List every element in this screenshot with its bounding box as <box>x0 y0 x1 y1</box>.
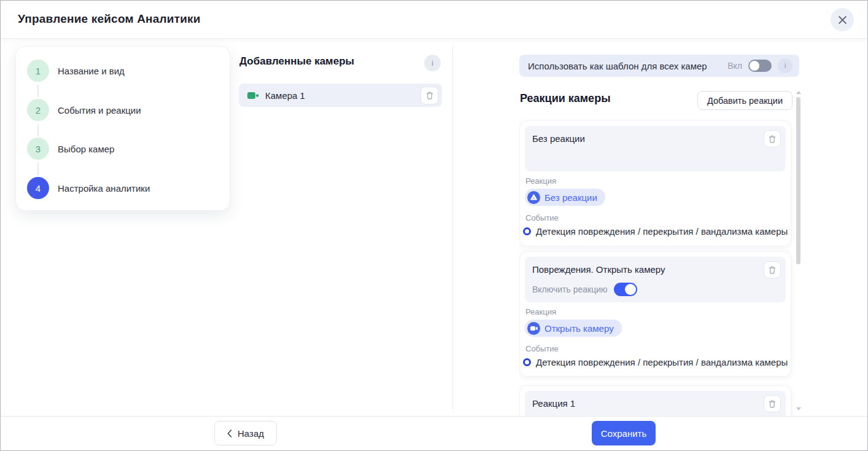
step-1-label: Название и вид <box>58 66 125 76</box>
event-ring-icon <box>523 227 531 235</box>
camera-icon <box>247 92 259 100</box>
content: 1 Название и вид 2 События и реакции 3 В… <box>1 39 867 416</box>
reaction-card-header: Реакция 1 <box>525 391 786 416</box>
reaction-chip-label: Открыть камеру <box>544 323 614 334</box>
camera-list-item[interactable]: Камера 1 <box>239 84 442 107</box>
wizard-steps-card: 1 Название и вид 2 События и реакции 3 В… <box>15 46 230 211</box>
add-reactions-button[interactable]: Добавить реакции <box>697 91 792 110</box>
step-2-circle: 2 <box>27 99 49 121</box>
event-field-label: Событие <box>525 344 559 353</box>
reaction-card: Без реакции Реакция Без реакции Событие … <box>519 120 791 246</box>
step-4-circle: 4 <box>27 177 49 199</box>
reaction-chip-label: Без реакции <box>544 192 597 203</box>
trash-icon <box>425 91 434 100</box>
reactions-panel: Использовать как шаблон для всех камер В… <box>519 39 803 416</box>
delete-camera-button[interactable] <box>420 87 438 104</box>
modal-title: Управление кейсом Аналитики <box>18 12 201 26</box>
info-glyph: i <box>432 58 433 68</box>
event-text: Детекция повреждения / перекрытия / ванд… <box>536 226 788 237</box>
event-field-label: Событие <box>525 213 559 222</box>
step-connector <box>37 124 39 136</box>
info-glyph: i <box>785 61 786 70</box>
reactions-title: Реакции камеры <box>520 92 611 105</box>
reaction-card-header: Без реакции <box>525 126 786 171</box>
footer: Назад Сохранить <box>1 416 867 450</box>
trash-icon <box>768 135 777 144</box>
trash-icon <box>768 399 777 409</box>
close-button[interactable] <box>831 8 854 31</box>
event-row: Детекция повреждения / перекрытия / ванд… <box>523 357 788 367</box>
delete-reaction-button[interactable] <box>764 395 781 412</box>
event-text: Детекция повреждения / перекрытия / ванд… <box>536 357 788 367</box>
toggle-knob <box>750 61 759 71</box>
save-button[interactable]: Сохранить <box>592 421 656 445</box>
titlebar: Управление кейсом Аналитики <box>1 1 867 39</box>
close-icon <box>838 15 847 25</box>
step-2-label: События и реакции <box>58 105 141 116</box>
reaction-card-title: Повреждения. Открыть камеру <box>532 264 665 275</box>
reaction-chip[interactable]: Без реакции <box>525 189 605 206</box>
enable-reaction-label: Включить реакцию <box>532 284 608 294</box>
vertical-divider <box>452 46 453 410</box>
delete-reaction-button[interactable] <box>764 261 781 278</box>
scrollbar-thumb[interactable] <box>796 97 800 264</box>
back-button-label: Назад <box>238 428 264 439</box>
reaction-card-header: Повреждения. Открыть камеру Включить реа… <box>525 257 786 302</box>
no-reaction-icon <box>527 191 540 204</box>
step-1-circle: 1 <box>27 60 49 82</box>
enable-reaction-row: Включить реакцию <box>532 283 637 296</box>
step-analytics-settings[interactable]: 4 Настройка аналитики <box>27 177 150 199</box>
scrollbar-up-arrow[interactable] <box>796 91 801 94</box>
enable-reaction-toggle[interactable] <box>614 283 637 296</box>
scrollbar-down-arrow[interactable] <box>796 407 801 410</box>
delete-reaction-button[interactable] <box>764 130 781 147</box>
reaction-field-label: Реакция <box>525 307 556 316</box>
added-cameras-title: Добавленные камеры <box>239 55 354 68</box>
template-banner-label: Использовать как шаблон для всех камер <box>528 61 707 71</box>
step-3-circle: 3 <box>27 138 49 160</box>
reaction-card: Реакция 1 <box>519 385 791 416</box>
back-button[interactable]: Назад <box>214 421 277 445</box>
camera-name: Камера 1 <box>265 90 305 101</box>
template-toggle[interactable] <box>748 60 772 72</box>
step-4-label: Настройка аналитики <box>58 183 150 194</box>
step-events-and-reactions[interactable]: 2 События и реакции <box>27 99 141 121</box>
event-row: Детекция повреждения / перекрытия / ванд… <box>523 226 788 237</box>
open-camera-icon <box>527 322 540 335</box>
reaction-field-label: Реакция <box>525 176 556 186</box>
template-toggle-label: Вкл <box>727 61 742 71</box>
toggle-knob <box>625 284 636 295</box>
step-camera-selection[interactable]: 3 Выбор камер <box>27 138 114 160</box>
reaction-card-title: Реакция 1 <box>532 398 575 409</box>
analytics-case-modal: Управление кейсом Аналитики 1 Название и… <box>0 0 868 451</box>
step-name-and-type[interactable]: 1 Название и вид <box>27 60 125 82</box>
reaction-card: Повреждения. Открыть камеру Включить реа… <box>519 251 791 377</box>
template-info-icon[interactable]: i <box>778 58 792 73</box>
template-banner-controls: Вкл i <box>727 58 792 73</box>
trash-icon <box>768 265 777 275</box>
template-banner: Использовать как шаблон для всех камер В… <box>519 55 799 77</box>
step-connector <box>37 85 39 97</box>
event-ring-icon <box>523 358 531 366</box>
reaction-card-title: Без реакции <box>532 133 585 144</box>
scrollbar[interactable] <box>796 90 801 412</box>
info-icon[interactable]: i <box>424 55 441 71</box>
chevron-left-icon <box>227 429 232 437</box>
step-3-label: Выбор камер <box>58 144 114 154</box>
reaction-chip[interactable]: Открыть камеру <box>525 320 622 337</box>
step-connector <box>37 163 39 175</box>
